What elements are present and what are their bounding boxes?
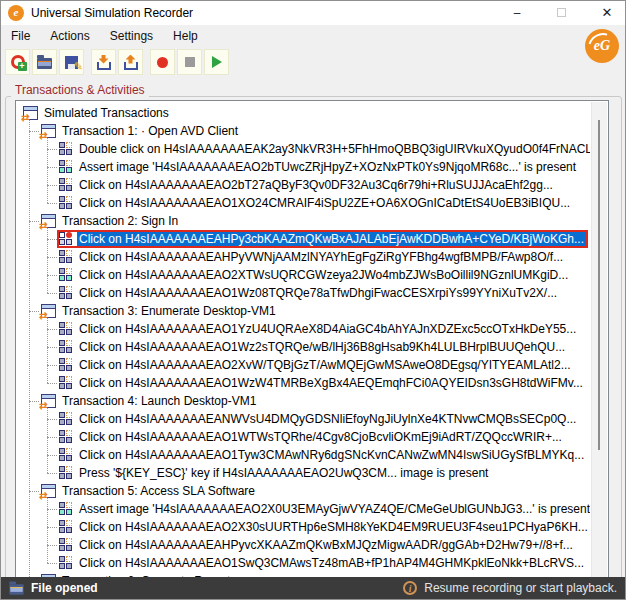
import-button[interactable] [91, 49, 116, 75]
image-activity-blocks-icon [59, 502, 73, 516]
tree-activity-item[interactable]: Click on H4sIAAAAAAAEAO2XTWsUQRCGWzeya2J… [17, 266, 590, 284]
record-dot-icon [157, 57, 168, 68]
play-button[interactable] [204, 49, 229, 75]
tree-item-label: Click on H4sIAAAAAAAEAO1Wz2sTQRQe/wB/lHj… [77, 340, 567, 354]
record-button[interactable] [150, 49, 175, 75]
stop-button[interactable] [177, 49, 202, 75]
tree-connector [47, 509, 57, 510]
tree-transaction-item[interactable]: Transaction 3: Enumerate Desktop-VM1 [17, 302, 590, 320]
tree-connector [47, 257, 57, 258]
tree-activity-item[interactable]: Click on H4sIAAAAAAAEAO1WzW4TMRBeXgBx4AE… [17, 374, 590, 392]
tree-item-label: Click on H4sIAAAAAAAEAO2XTWsUQRCGWzeya2J… [77, 268, 570, 282]
tree-activity-item[interactable]: Double click on H4sIAAAAAAAEAK2ay3NkVR3H… [17, 140, 590, 158]
tree-activity-item[interactable]: Press '${KEY_ESC}' key if H4sIAAAAAAAEAO… [17, 464, 590, 482]
tree-item-label: Click on H4sIAAAAAAAEANWVsU4DMQyGDSNliEf… [77, 412, 578, 426]
activity-blocks-icon [59, 142, 73, 156]
folder-icon [9, 584, 23, 594]
tree-activity-item[interactable]: Click on H4sIAAAAAAAEAO1Wz08TQRQe78aTfwD… [17, 284, 590, 302]
target-plus-icon [11, 55, 25, 69]
activity-blocks-icon [59, 448, 73, 462]
minimize-button[interactable]: – [505, 1, 529, 25]
activity-blocks-icon [59, 520, 73, 534]
tree-activity-item[interactable]: Click on H4sIAAAAAAAEAO1Tyw3CMAwNRy6dgSN… [17, 446, 590, 464]
menu-help[interactable]: Help [165, 25, 206, 47]
tree-activity-item[interactable]: Click on H4sIAAAAAAAEAHPy3cbKAAZmQKwBxAJ… [17, 230, 590, 248]
tree-connector [47, 329, 57, 330]
app-window: e Universal Simulation Recorder – ✕ File… [0, 0, 626, 600]
tree-root-item[interactable]: Simulated Transactions [17, 104, 590, 122]
tree-activity-item[interactable]: Click on H4sIAAAAAAAEAO1WTWsTQRhe/4Cgv8C… [17, 428, 590, 446]
scrollbar-thumb[interactable] [598, 120, 600, 450]
app-logo-icon: e [8, 5, 24, 21]
activity-blocks-icon [59, 196, 73, 210]
tree-activity-item[interactable]: Click on H4sIAAAAAAAEANWVsU4DMQyGDSNliEf… [17, 410, 590, 428]
tree-connector [47, 383, 57, 384]
tree-item-label: Transaction 3: Enumerate Desktop-VM1 [60, 304, 278, 318]
tree-transaction-item[interactable]: Transaction 2: Sign In [17, 212, 590, 230]
menu-file[interactable]: File [3, 25, 38, 47]
tree-item-label: Click on H4sIAAAAAAAEAO1Wz08TQRQe78aTfwD… [77, 286, 559, 300]
tree-item-label: Click on H4sIAAAAAAAEAO2bT27aQByF3Qv0DF3… [77, 178, 555, 192]
recording-activity-blocks-icon [59, 232, 73, 246]
activity-blocks-icon [59, 376, 73, 390]
tree-activity-item[interactable]: Click on H4sIAAAAAAAEAHPyVWNjAAMzlNYAYhE… [17, 248, 590, 266]
tree-item-label: Click on H4sIAAAAAAAEAO2XvW/TQBjGzT/AwMQ… [77, 358, 573, 372]
new-recording-button[interactable] [5, 49, 30, 75]
tree-connector [47, 203, 57, 204]
tree-item-label: Assert image 'H4sIAAAAAAAEAO2bTUwcZRjHpy… [77, 160, 578, 174]
menu-actions[interactable]: Actions [42, 25, 97, 47]
tree-activity-item[interactable]: Click on H4sIAAAAAAAEAO2X30sUURTHp6eSMH8… [17, 518, 590, 536]
maximize-button[interactable] [549, 1, 573, 25]
tree-activity-item[interactable]: Click on H4sIAAAAAAAEAO2bT27aQByF3Qv0DF3… [17, 176, 590, 194]
status-right: i Resume recording or start playback. [403, 581, 617, 595]
open-file-button[interactable] [32, 49, 57, 75]
tree-item-label: Transaction 2: Sign In [60, 214, 180, 228]
export-button[interactable] [118, 49, 143, 75]
save-button[interactable] [59, 49, 84, 75]
status-bar: File opened i Resume recording or start … [1, 577, 625, 599]
tree-connector [47, 545, 57, 546]
folder-icon [37, 58, 52, 69]
tree-activity-item[interactable]: Click on H4sIAAAAAAAEAO1SwQ3CMAwsTz48mAB… [17, 554, 590, 572]
tree-connector [47, 275, 57, 276]
tree-activity-item[interactable]: Click on H4sIAAAAAAAEAO1XO24CMRAIF4iSpU2… [17, 194, 590, 212]
tree-activity-item[interactable]: Assert image 'H4sIAAAAAAAEAO2X0U3EMAyGjw… [17, 500, 590, 518]
tree-connector [47, 455, 57, 456]
tree-connector [29, 491, 39, 492]
transactions-tree: Simulated Transactions Transaction 1: · … [15, 100, 609, 579]
close-button[interactable]: ✕ [595, 1, 619, 25]
panel-title: Transactions & Activities [11, 83, 149, 97]
play-triangle-icon [212, 56, 222, 68]
tree-activity-item[interactable]: Click on H4sIAAAAAAAEAO1Wz2sTQRQe/wB/lHj… [17, 338, 590, 356]
tree-item-label: Click on H4sIAAAAAAAEAO1XO24CMRAIF4iSpU2… [77, 196, 572, 210]
tree-connector [29, 401, 39, 402]
menu-settings[interactable]: Settings [102, 25, 161, 47]
tree-activity-item[interactable]: Click on H4sIAAAAAAAEAHPyvcXKAAZmQKwBxMJ… [17, 536, 590, 554]
tree-connector [47, 563, 57, 564]
arrow-up-tray-icon [124, 55, 138, 70]
tree-connector [47, 347, 57, 348]
transaction-window-icon [41, 124, 56, 138]
tree-connector [47, 185, 57, 186]
tree-activity-item[interactable]: Click on H4sIAAAAAAAEAO2XvW/TQBjGzT/AwMQ… [17, 356, 590, 374]
tree-connector [47, 473, 57, 474]
save-edit-icon [65, 56, 78, 69]
tree-transaction-item[interactable]: Transaction 1: · Open AVD Client [17, 122, 590, 140]
info-icon: i [403, 581, 417, 595]
image-activity-blocks-icon [59, 268, 73, 282]
tree-connector [47, 293, 57, 294]
tree-transaction-item[interactable]: Transaction 5: Access SLA Software [17, 482, 590, 500]
tree-item-label: Press '${KEY_ESC}' key if H4sIAAAAAAAEAO… [77, 466, 490, 480]
tree-connector [47, 239, 57, 240]
transaction-window-icon [23, 106, 38, 120]
tree-transaction-item[interactable]: Transaction 4: Launch Desktop-VM1 [17, 392, 590, 410]
activity-blocks-icon [59, 178, 73, 192]
tree-activity-item[interactable]: Assert image 'H4sIAAAAAAAEAO2bTUwcZRjHpy… [17, 158, 590, 176]
image-activity-blocks-icon [59, 160, 73, 174]
tree-activity-item[interactable]: Click on H4sIAAAAAAAEAO1YzU4UQRAeX8D4Aia… [17, 320, 590, 338]
toolbar [5, 49, 229, 75]
vertical-scrollbar[interactable] [591, 102, 607, 577]
tree-item-label: Double click on H4sIAAAAAAAEAK2ay3NkVR3H… [77, 142, 590, 156]
tree-item-label: Click on H4sIAAAAAAAEAO1WTWsTQRhe/4Cgv8C… [77, 430, 564, 444]
tree-connector [47, 419, 57, 420]
